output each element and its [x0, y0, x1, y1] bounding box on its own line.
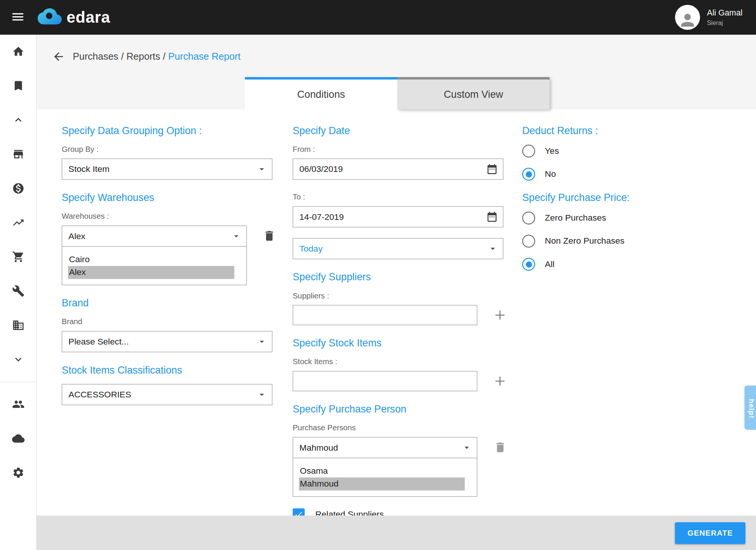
trash-icon — [494, 441, 507, 455]
purchase-price-group: Zero Purchases Non Zero Purchases All — [522, 212, 729, 271]
warehouse-option[interactable]: Cairo — [68, 253, 234, 266]
suppliers-label: Suppliers : — [293, 291, 503, 301]
warehouses-select[interactable]: Alex — [62, 226, 247, 247]
chevron-up-icon[interactable] — [12, 114, 24, 126]
deduct-returns-no-label: No — [545, 169, 556, 179]
chevron-down-icon — [257, 389, 267, 400]
suppliers-input[interactable] — [293, 305, 477, 325]
purchase-persons-option-list: Osama Mahmoud — [293, 458, 477, 497]
date-from-input[interactable]: 06/03/2019 — [293, 159, 503, 180]
column-options: Deduct Returns : Yes No Specify Purchase… — [522, 121, 729, 281]
classifications-value: ACCESSORIES — [68, 389, 131, 400]
date-from-label: From : — [293, 145, 503, 154]
date-to-input[interactable]: 14-07-2019 — [293, 206, 503, 227]
chevron-down-icon[interactable] — [12, 353, 24, 366]
money-icon[interactable] — [12, 182, 24, 195]
radio-unchecked-icon[interactable] — [522, 212, 535, 224]
home-icon[interactable] — [12, 45, 24, 58]
date-quick-select[interactable]: Today — [293, 238, 503, 259]
purchase-price-heading: Specify Purchase Price: — [522, 191, 729, 204]
radio-unchecked-icon[interactable] — [522, 145, 535, 158]
sidebar-divider — [0, 382, 36, 382]
generate-button[interactable]: GENERATE — [675, 522, 745, 544]
deduct-returns-heading: Deduct Returns : — [522, 124, 729, 137]
stock-items-input[interactable] — [293, 371, 477, 391]
radio-checked-icon[interactable] — [522, 168, 535, 181]
store-icon[interactable] — [12, 148, 24, 161]
user-meta: Ali Gamal Sieraj — [707, 8, 742, 26]
purchase-price-all-label: All — [545, 259, 555, 269]
warehouse-option-selected[interactable]: Alex — [68, 266, 234, 279]
help-tab[interactable]: help! — [744, 385, 756, 429]
user-name: Ali Gamal — [707, 8, 742, 18]
menu-button[interactable] — [11, 9, 25, 25]
classifications-heading: Stock Items Classifications — [62, 364, 272, 376]
date-quick-value: Today — [299, 244, 322, 254]
calendar-icon[interactable] — [486, 211, 498, 223]
purchase-persons-label: Purchase Persons — [293, 423, 503, 433]
warehouses-delete-button[interactable] — [263, 229, 276, 244]
stock-items-row — [293, 371, 503, 391]
tab-custom-view[interactable]: Custom View — [397, 77, 550, 109]
add-stock-item-button[interactable] — [492, 374, 508, 391]
plus-icon — [492, 307, 508, 324]
brand-heading: Brand — [62, 297, 272, 309]
purchase-price-all[interactable]: All — [522, 258, 729, 270]
people-icon[interactable] — [12, 398, 24, 411]
purchase-persons-select[interactable]: Mahmoud — [293, 437, 477, 458]
avatar[interactable] — [675, 5, 700, 30]
purchase-persons-row: Mahmoud — [293, 437, 503, 458]
warehouses-label: Warehouses : — [62, 212, 272, 221]
settings-icon[interactable] — [12, 467, 24, 479]
tab-conditions[interactable]: Conditions — [245, 77, 397, 109]
date-to-label: To : — [293, 192, 503, 202]
chevron-down-icon — [257, 336, 267, 347]
wrench-icon[interactable] — [12, 285, 24, 297]
edara-logo[interactable]: edara — [37, 7, 110, 28]
group-by-select[interactable]: Stock Item — [62, 159, 272, 180]
purchase-price-zero-label: Zero Purchases — [545, 213, 606, 223]
brand-select[interactable]: Please Select... — [62, 331, 272, 352]
purchase-price-nonzero-label: Non Zero Purchases — [545, 236, 624, 246]
user-menu[interactable]: Ali Gamal Sieraj — [675, 5, 742, 30]
cloud-logo-icon — [37, 7, 62, 28]
warehouses-heading: Specify Warehouses — [62, 191, 272, 204]
purchase-person-option[interactable]: Osama — [299, 465, 465, 477]
cart-icon[interactable] — [12, 250, 24, 263]
tab-conditions-label: Conditions — [297, 89, 345, 100]
building-icon[interactable] — [12, 319, 24, 331]
purchase-person-option-selected[interactable]: Mahmoud — [299, 477, 465, 490]
breadcrumb-current: Purchase Report — [168, 51, 240, 62]
deduct-returns-group: Yes No — [522, 145, 729, 181]
bookmark-icon[interactable] — [12, 79, 24, 92]
chevron-down-icon — [231, 231, 242, 241]
back-arrow-icon[interactable] — [52, 50, 65, 63]
group-by-label: Group By : — [62, 145, 272, 154]
radio-checked-icon[interactable] — [522, 258, 535, 270]
date-from-value: 06/03/2019 — [299, 164, 343, 174]
classifications-select[interactable]: ACCESSORIES — [62, 384, 272, 405]
breadcrumb-path[interactable]: Purchases / Reports / — [73, 51, 168, 62]
purchase-persons-delete-button[interactable] — [494, 441, 507, 455]
deduct-returns-no[interactable]: No — [522, 168, 729, 181]
calendar-icon[interactable] — [486, 163, 498, 175]
footer-bar: GENERATE — [37, 516, 756, 550]
chevron-down-icon — [488, 243, 498, 254]
deduct-returns-yes-label: Yes — [545, 146, 559, 156]
brand-value: Please Select... — [68, 337, 129, 347]
plus-icon — [492, 374, 508, 391]
app-window: edara Ali Gamal Sieraj — [0, 0, 756, 550]
radio-unchecked-icon[interactable] — [522, 235, 535, 247]
purchase-price-zero[interactable]: Zero Purchases — [522, 212, 729, 224]
add-supplier-button[interactable] — [492, 307, 508, 324]
warehouses-row: Alex — [62, 226, 272, 247]
date-heading: Specify Date — [293, 124, 503, 137]
group-by-value: Stock Item — [68, 164, 109, 174]
cloud-icon[interactable] — [12, 432, 24, 445]
trending-up-icon[interactable] — [12, 216, 24, 229]
chevron-down-icon — [257, 164, 267, 175]
deduct-returns-yes[interactable]: Yes — [522, 145, 729, 158]
purchase-price-nonzero[interactable]: Non Zero Purchases — [522, 235, 729, 247]
topbar: edara Ali Gamal Sieraj — [0, 0, 756, 35]
hamburger-icon — [11, 9, 25, 25]
